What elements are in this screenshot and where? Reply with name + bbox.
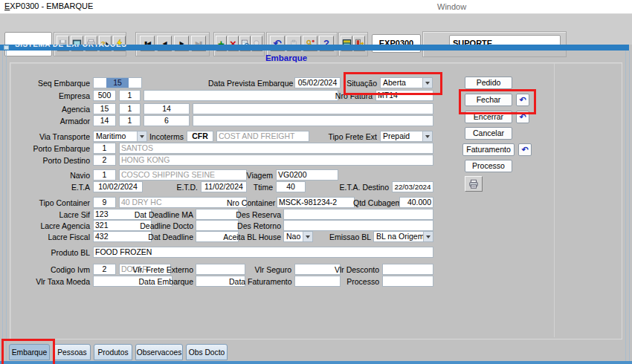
- cancelar-button[interactable]: Cancelar: [465, 127, 512, 140]
- data-prevista-label: Data Prevista Embarque: [208, 78, 291, 88]
- eta-destino-field[interactable]: 22/03/2024: [392, 181, 433, 192]
- emissao-bl-value: BL na Origem: [376, 232, 424, 241]
- vlr-taxa-moeda-label: Vlr Taxa Moeda: [13, 276, 90, 287]
- processo-button[interactable]: Processo: [465, 160, 512, 172]
- menu-window[interactable]: Window: [437, 2, 466, 11]
- pedido-button[interactable]: Pedido: [465, 77, 512, 89]
- via-transporte-value: Maritimo: [96, 131, 126, 140]
- des-reserva-field[interactable]: [283, 209, 433, 220]
- empresa-field-3[interactable]: [144, 90, 338, 101]
- toolbar: ? ▮◀ ◀ ▶ ▶▮ + × ↶ ?: [0, 14, 632, 45]
- seq-embarque-field[interactable]: 15: [93, 77, 142, 88]
- viagem-label: Viagem: [238, 170, 273, 181]
- porto-embarque-code-field[interactable]: 1: [93, 143, 116, 154]
- window-right-edge-inner: [625, 51, 626, 361]
- navio-label: Navio: [13, 170, 90, 181]
- title-bar: EXP0300 - EMBARQUE Window: [0, 0, 632, 14]
- processo-field[interactable]: [382, 276, 433, 287]
- etd-field[interactable]: 11/02/2024: [201, 181, 247, 192]
- window-title: EXP0300 - EMBARQUE: [4, 1, 93, 10]
- lacre-sif-label: Lacre Sif: [13, 209, 90, 220]
- vlr-frete-externo-label: Vlr. Frete Externo: [129, 264, 193, 275]
- incoterms-label: Incoterms: [145, 131, 184, 142]
- tab-produtos[interactable]: Produtos: [94, 344, 132, 360]
- window-left-edge-inner: [6, 51, 7, 361]
- dat-deadline-label: Dat Deadline: [132, 232, 193, 242]
- tab-observacoes[interactable]: Observacoes: [135, 344, 183, 360]
- annotation-fechar: [459, 89, 536, 114]
- ttime-field[interactable]: 40: [276, 181, 306, 192]
- vlr-desconto-field[interactable]: [382, 264, 433, 275]
- seq-embarque-label: Seq Embarque: [13, 78, 90, 88]
- data-embarque-label: Data Embarque: [132, 276, 193, 287]
- tipo-frete-ext-select[interactable]: Prepaid: [380, 131, 433, 142]
- agencia-field-1[interactable]: 15: [93, 103, 116, 114]
- chevron-down-icon: [423, 232, 433, 241]
- window-right-edge: [629, 51, 630, 361]
- codigo-ivm-label: Codigo Ivm: [13, 264, 90, 275]
- data-prevista-field[interactable]: 05/02/2024: [294, 77, 341, 88]
- tipo-container-label: Tipo Container: [13, 198, 90, 208]
- print-report-button[interactable]: [465, 176, 483, 192]
- panel-divider: [554, 63, 555, 337]
- annotation-tab-embarque: [1, 339, 55, 364]
- window-icon: [4, 45, 9, 50]
- aceita-bl-house-select[interactable]: Nao: [283, 231, 313, 242]
- faturamento-undo-button[interactable]: ↶: [518, 143, 532, 156]
- qtd-cubagem-field[interactable]: 40.000: [399, 197, 433, 208]
- tab-obs-docto[interactable]: Obs Docto: [186, 344, 228, 360]
- agencia-label: Agencia: [13, 104, 90, 114]
- via-transporte-label: Via Transporte: [13, 131, 90, 142]
- window-left-edge: [2, 51, 3, 361]
- via-transporte-select[interactable]: Maritimo: [93, 131, 147, 142]
- empresa-field-2[interactable]: 1: [119, 90, 141, 101]
- mdi-title-bar: SISTEMA DE EXPORTACOES: [0, 45, 629, 51]
- annotation-situacao: [344, 72, 442, 95]
- emissao-bl-label: Emissao BL: [326, 232, 371, 242]
- tipo-container-code-field[interactable]: 9: [93, 197, 116, 208]
- tab-pessoas[interactable]: Pessoas: [54, 344, 91, 360]
- navio-code-field[interactable]: 1: [93, 169, 116, 181]
- chevron-down-icon: [303, 232, 312, 241]
- nro-container-field[interactable]: MSCK-981234-2: [277, 197, 355, 208]
- agencia-field-3[interactable]: 14: [144, 103, 190, 114]
- window-bottom-strip: [0, 361, 632, 364]
- armador-field-2[interactable]: 1: [119, 115, 141, 126]
- ttime-label: Ttime: [242, 182, 273, 192]
- eta-label: E.T.A: [13, 182, 90, 192]
- armador-field-1[interactable]: 14: [93, 115, 116, 126]
- eta-destino-label: E.T.A. Destino: [333, 182, 389, 192]
- faturamento-button[interactable]: Faturamento: [462, 143, 515, 156]
- des-retorno-label: Des Retorno: [233, 221, 281, 231]
- incoterms-desc-field: COST AND FREIGHT: [216, 131, 309, 142]
- porto-embarque-label: Porto Embarque: [13, 143, 90, 154]
- incoterms-code-field[interactable]: CFR: [187, 131, 213, 142]
- armador-field-3[interactable]: 6: [144, 115, 190, 126]
- deadline-docto-label: Deadline Docto: [132, 221, 193, 231]
- emissao-bl-select[interactable]: BL na Origem: [373, 231, 433, 242]
- eta-field[interactable]: 10/02/2024: [93, 181, 143, 192]
- des-retorno-field[interactable]: [283, 220, 433, 231]
- produto-bl-label: Produto BL: [13, 247, 90, 258]
- application-window: EXP0300 - EMBARQUE Window ? ▮◀ ◀ ▶ ▶▮ + …: [0, 0, 632, 364]
- codigo-ivm-code-field[interactable]: 2: [93, 264, 116, 275]
- dat-deadline-ma-label: Dat Deadline MA: [132, 209, 193, 220]
- produto-bl-field[interactable]: FOOD FROZEN: [93, 247, 433, 258]
- mdi-title: SISTEMA DE EXPORTACOES: [15, 45, 629, 48]
- armador-field-4[interactable]: [193, 115, 433, 126]
- agencia-field-2[interactable]: 1: [119, 103, 141, 114]
- agencia-field-4[interactable]: [193, 103, 433, 114]
- aceita-bl-house-value: Nao: [286, 232, 300, 241]
- viagem-field[interactable]: VG0200: [276, 169, 338, 181]
- empresa-field-1[interactable]: 500: [93, 90, 116, 101]
- porto-embarque-desc-field: SANTOS: [119, 143, 433, 154]
- data-faturamento-label: Data Faturamento: [229, 276, 291, 287]
- aceita-bl-house-label: Aceita BL House: [222, 232, 281, 242]
- vlr-seguro-label: Vlr Seguro: [244, 264, 291, 275]
- porto-destino-label: Porto Destino: [13, 155, 90, 166]
- qtd-cubagem-label: Qtd Cubagem: [353, 198, 396, 208]
- porto-destino-code-field[interactable]: 2: [93, 155, 116, 166]
- selected-text: 15: [106, 78, 129, 88]
- empresa-label: Empresa: [13, 91, 90, 101]
- vlr-frete-externo-field[interactable]: [196, 264, 245, 275]
